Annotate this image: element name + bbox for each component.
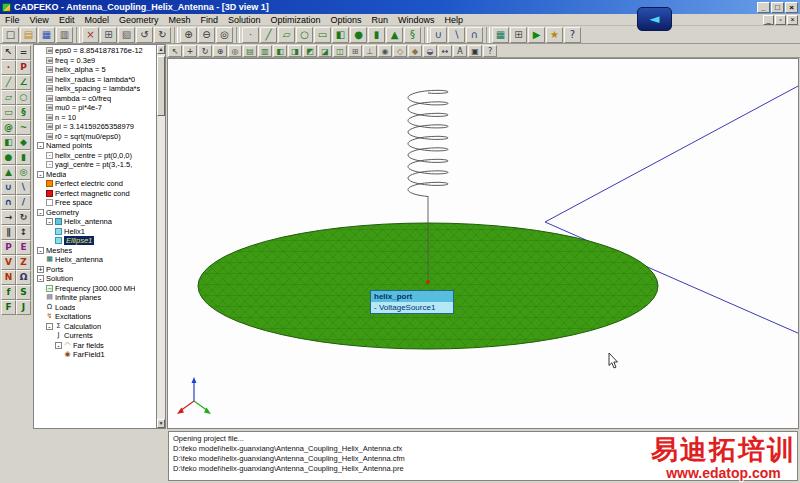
view-left-icon[interactable]: ◩ (303, 45, 317, 57)
create-cuboid-icon[interactable]: ◧ (332, 27, 349, 43)
lt-mirror-icon[interactable]: ∥ (1, 225, 16, 240)
union-icon[interactable]: ∪ (430, 27, 447, 43)
lt-far-field-icon[interactable]: F (1, 300, 16, 315)
toggle-axes-icon[interactable]: ⊥ (363, 45, 377, 57)
tree-item-media[interactable]: -Media (34, 170, 156, 180)
menu-edit[interactable]: Edit (54, 14, 80, 26)
lt-union-icon[interactable]: ∪ (1, 180, 16, 195)
view-isometric-icon[interactable]: ◫ (333, 45, 347, 57)
lt-ellipse-icon[interactable]: ○ (16, 90, 31, 105)
tree-item-named-points[interactable]: -Named points (34, 141, 156, 151)
menu-geometry[interactable]: Geometry (114, 14, 164, 26)
lt-translate-icon[interactable]: → (1, 210, 16, 225)
lt-rectangle-icon[interactable]: ▭ (1, 105, 16, 120)
tree-expander-icon[interactable]: - (37, 209, 44, 216)
tree-expander-icon[interactable]: - (55, 342, 62, 349)
lt-rotate-icon[interactable]: ↻ (16, 210, 31, 225)
tree-item-mu0-pi-4e-7[interactable]: =mu0 = pi*4e-7 (34, 103, 156, 113)
lt-frequency-icon[interactable]: f (1, 285, 16, 300)
tree-item-farfield1[interactable]: ◉FarField1 (34, 350, 156, 360)
view-right-icon[interactable]: ◪ (318, 45, 332, 57)
lt-currents-icon[interactable]: J (16, 300, 31, 315)
zoom-extents-view-icon[interactable]: ◎ (228, 45, 242, 57)
create-ellipse-icon[interactable]: ○ (296, 27, 313, 43)
create-helix-icon[interactable]: § (404, 27, 421, 43)
menu-mesh[interactable]: Mesh (163, 14, 195, 26)
tree-item-calculation[interactable]: -ΣCalculation (34, 322, 156, 332)
lt-polyline-icon[interactable]: ∠ (16, 75, 31, 90)
optimize-icon[interactable]: ★ (546, 27, 563, 43)
lt-point-label-icon[interactable]: P (16, 60, 31, 75)
lt-helix-icon[interactable]: § (16, 105, 31, 120)
tree-expander-icon[interactable]: - (37, 247, 44, 254)
create-mesh-icon[interactable]: ▦ (492, 27, 509, 43)
title-bar[interactable]: CADFEKO - Antenna_Coupling_Helix_Antenna… (0, 0, 800, 14)
lt-cylinder-icon[interactable]: ▮ (16, 150, 31, 165)
lt-spline-icon[interactable]: ~ (16, 120, 31, 135)
menu-file[interactable]: File (0, 14, 25, 26)
tree-item-pi-3-14159265358979[interactable]: =pi = 3.14159265358979 (34, 122, 156, 132)
copy-icon[interactable]: ⊞ (100, 27, 117, 43)
tree-item-perfect-magnetic-cond[interactable]: Perfect magnetic cond (34, 189, 156, 199)
view-bottom-icon[interactable]: ▥ (258, 45, 272, 57)
subtract-icon[interactable]: ∖ (448, 27, 465, 43)
tree-expander-icon[interactable]: - (37, 142, 44, 149)
tree-item-loads[interactable]: ΩLoads (34, 303, 156, 313)
tree-item-helix1[interactable]: Helix1 (34, 227, 156, 237)
lt-s-parameters-icon[interactable]: S (16, 285, 31, 300)
help-icon[interactable]: ? (564, 27, 581, 43)
tree-item-free-space[interactable]: Free space (34, 198, 156, 208)
menu-solution[interactable]: Solution (223, 14, 266, 26)
tree-item-helix-alpha-5[interactable]: =helix_alpha = 5 (34, 65, 156, 75)
tree-item-ellipse1[interactable]: Ellipse1 (34, 236, 156, 246)
redo-icon[interactable]: ↻ (154, 27, 171, 43)
lt-variable-icon[interactable]: = (16, 45, 31, 60)
tree-scrollbar[interactable]: ▲ ▼ (156, 45, 165, 428)
zoom-extents-icon[interactable]: ◎ (216, 27, 233, 43)
rotate-view-icon[interactable]: ↻ (198, 45, 212, 57)
tree-expander-icon[interactable]: - (46, 218, 53, 225)
menu-model[interactable]: Model (79, 14, 114, 26)
tree-item-infinite-planes[interactable]: ▤Infinite planes (34, 293, 156, 303)
lt-subtract-icon[interactable]: ∖ (16, 180, 31, 195)
tree-item-eps0-8-8541878176e-12[interactable]: =eps0 = 8.8541878176e-12 (34, 46, 156, 56)
cut-icon[interactable]: × (82, 27, 99, 43)
tree-item-n-10[interactable]: =n = 10 (34, 113, 156, 123)
lt-scale-icon[interactable]: ↕ (16, 225, 31, 240)
view-top-icon[interactable]: ▤ (243, 45, 257, 57)
create-point-icon[interactable]: · (242, 27, 259, 43)
tree-expander-icon[interactable]: - (37, 171, 44, 178)
toggle-grid-view-icon[interactable]: ⊞ (348, 45, 362, 57)
child-restore-button[interactable]: ▫ (775, 15, 786, 25)
tree-item-lambda-c0-freq[interactable]: =lambda = c0/freq (34, 94, 156, 104)
lt-polygon-icon[interactable]: ▱ (1, 90, 16, 105)
tree-item-solution[interactable]: -Solution (34, 274, 156, 284)
zoom-view-icon[interactable]: ⊕ (213, 45, 227, 57)
lt-line-icon[interactable]: ╱ (1, 75, 16, 90)
menu-view[interactable]: View (25, 14, 54, 26)
create-cylinder-icon[interactable]: ▮ (368, 27, 385, 43)
menu-find[interactable]: Find (195, 14, 223, 26)
lt-spiral-icon[interactable]: @ (1, 120, 16, 135)
view-back-icon[interactable]: ◨ (288, 45, 302, 57)
toggle-snap-icon[interactable]: ◉ (378, 45, 392, 57)
run-feko-icon[interactable]: ▶ (528, 27, 545, 43)
child-close-button[interactable]: × (787, 15, 798, 25)
tree-item-yagi-centre-pt-3-1-5[interactable]: ·yagi_centre = pt(3,-1.5, (34, 160, 156, 170)
print-icon[interactable]: ▥ (56, 27, 73, 43)
lt-wire-port-icon[interactable]: P (1, 240, 16, 255)
lt-load-icon[interactable]: Ω (16, 270, 31, 285)
create-rectangle-icon[interactable]: ▭ (314, 27, 331, 43)
tree-item-r0-sqrt-mu0-eps0[interactable]: =r0 = sqrt(mu0/eps0) (34, 132, 156, 142)
tree-item-excitations[interactable]: ↯Excitations (34, 312, 156, 322)
lt-sphere-icon[interactable]: ● (1, 150, 16, 165)
cutting-plane-icon[interactable]: ◒ (423, 45, 437, 57)
annotate-icon[interactable]: A (453, 45, 467, 57)
lt-torus-icon[interactable]: ◎ (16, 165, 31, 180)
tree-item-helix-antenna[interactable]: -Helix_antenna (34, 217, 156, 227)
new-icon[interactable]: □ (2, 27, 19, 43)
scroll-thumb[interactable] (157, 56, 165, 116)
save-icon[interactable]: ▦ (38, 27, 55, 43)
minimize-button[interactable]: _ (757, 2, 770, 13)
lt-impedance-icon[interactable]: Z (16, 255, 31, 270)
